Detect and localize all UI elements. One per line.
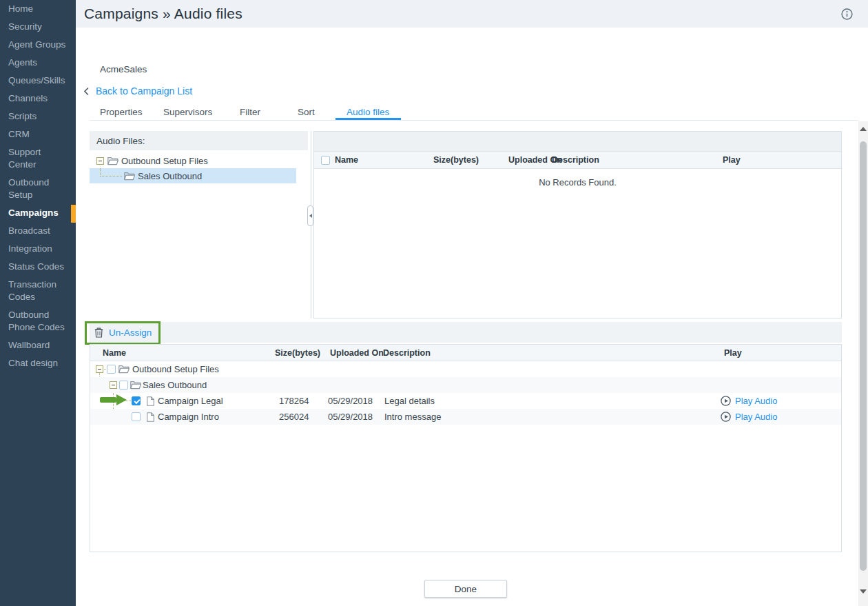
row-checkbox[interactable]	[119, 381, 128, 390]
page-title: Campaigns » Audio files	[84, 6, 242, 22]
tab-sort[interactable]: Sort	[298, 107, 315, 117]
no-records-message: No Records Found.	[314, 177, 841, 188]
column-header-name: Name	[335, 152, 358, 168]
sidebar-item-outbound-phone-codes[interactable]: Outbound Phone Codes	[0, 309, 76, 334]
sidebar-item-broadcast[interactable]: Broadcast	[0, 225, 76, 237]
scroll-up-arrow-icon[interactable]	[860, 127, 867, 131]
folder-open-icon	[124, 168, 135, 183]
done-button[interactable]: Done	[424, 580, 507, 598]
back-link-label: Back to Campaign List	[96, 85, 192, 97]
sidebar-item-transaction-codes[interactable]: Transaction Codes	[0, 279, 76, 303]
row-uploaded-on: 05/29/2018	[328, 393, 373, 409]
available-files-table-header: Name Size(bytes) Uploaded On Description…	[90, 345, 841, 361]
sidebar-item-campaigns[interactable]: Campaigns	[0, 207, 76, 219]
sidebar-item-channels[interactable]: Channels	[0, 92, 76, 105]
sidebar-item-queues-skills[interactable]: Queues/Skills	[0, 74, 76, 87]
play-audio-label: Play Audio	[735, 412, 777, 422]
assigned-files-table-header: Name Size(bytes) Uploaded On Description…	[314, 151, 841, 169]
sidebar-item-integration[interactable]: Integration	[0, 243, 76, 255]
document-icon	[147, 409, 154, 425]
folder-open-icon	[130, 377, 141, 393]
row-label[interactable]: Sales Outbound	[143, 377, 207, 393]
row-description: Legal details	[384, 393, 435, 409]
collapse-expander-icon[interactable]	[96, 365, 103, 373]
available-files-table: Name Size(bytes) Uploaded On Description…	[90, 344, 842, 552]
row-checkbox-checked[interactable]	[132, 396, 141, 405]
tree-row-sales-outbound[interactable]: Sales Outbound	[90, 168, 308, 183]
column-header-description: Description	[383, 345, 431, 361]
table-row-campaign-intro[interactable]: Campaign Intro 256024 05/29/2018 Intro m…	[90, 409, 841, 425]
table-row-campaign-legal[interactable]: Campaign Legal 178264 05/29/2018 Legal d…	[90, 393, 841, 409]
sidebar-item-agent-groups[interactable]: Agent Groups	[0, 39, 76, 51]
table-row-outbound-setup-files[interactable]: Outbound Setup Files	[90, 361, 841, 377]
column-header-name: Name	[103, 345, 126, 361]
sidebar-item-status-codes[interactable]: Status Codes	[0, 261, 76, 273]
play-audio-label: Play Audio	[735, 396, 777, 406]
collapse-expander-icon[interactable]	[96, 157, 104, 165]
row-label[interactable]: Campaign Legal	[158, 393, 223, 409]
chevron-left-icon	[83, 87, 90, 96]
app-window: Home Security Agent Groups Agents Queues…	[0, 0, 868, 606]
row-checkbox[interactable]	[132, 412, 141, 421]
folder-open-icon	[118, 361, 130, 377]
chevron-left-icon	[309, 214, 312, 218]
column-header-description: Description	[552, 152, 599, 168]
back-to-campaign-list-link[interactable]: Back to Campaign List	[83, 85, 192, 97]
sidebar-item-security[interactable]: Security	[0, 21, 76, 33]
column-header-size: Size(bytes)	[433, 152, 479, 168]
unassign-label: Un-Assign	[109, 327, 152, 338]
row-size: 178264	[279, 393, 309, 409]
column-header-play: Play	[724, 345, 742, 361]
vertical-scrollbar[interactable]	[858, 121, 868, 606]
document-icon	[147, 393, 154, 409]
sidebar-menu: Home Security Agent Groups Agents Queues…	[0, 0, 76, 370]
unassign-button[interactable]: Un-Assign	[94, 322, 152, 343]
play-circle-icon	[721, 396, 731, 406]
sidebar-item-chat-design[interactable]: Chat design	[0, 357, 76, 370]
tabs-divider	[90, 120, 858, 121]
tab-filter[interactable]: Filter	[240, 107, 260, 117]
row-label[interactable]: Campaign Intro	[158, 409, 219, 425]
row-description: Intro message	[384, 409, 441, 425]
table-row-sales-outbound[interactable]: Sales Outbound	[90, 377, 841, 393]
play-circle-icon	[721, 412, 731, 422]
splitter-collapse-handle[interactable]	[307, 205, 313, 226]
column-header-uploaded: Uploaded On	[330, 345, 384, 361]
trash-icon	[94, 327, 103, 338]
play-audio-link[interactable]: Play Audio	[721, 393, 777, 409]
folder-open-icon	[107, 153, 118, 168]
tab-supervisors[interactable]: Supervisors	[163, 107, 212, 117]
scrollbar-thumb[interactable]	[860, 141, 867, 571]
column-header-play: Play	[723, 152, 741, 168]
tree-label[interactable]: Sales Outbound	[138, 168, 202, 183]
collapse-expander-icon[interactable]	[110, 381, 117, 389]
assigned-files-panel: Name Size(bytes) Uploaded On Description…	[313, 131, 842, 319]
row-checkbox[interactable]	[107, 365, 116, 374]
select-all-checkbox[interactable]	[321, 156, 330, 165]
sidebar-item-scripts[interactable]: Scripts	[0, 110, 76, 123]
info-icon[interactable]	[841, 8, 853, 20]
page-header: Campaigns » Audio files	[76, 0, 868, 28]
column-header-size: Size(bytes)	[275, 345, 320, 361]
sidebar-item-home[interactable]: Home	[0, 3, 76, 15]
active-tab-underline	[335, 118, 401, 120]
row-label[interactable]: Outbound Setup Files	[132, 361, 219, 377]
sidebar-item-support-center[interactable]: Support Center	[0, 146, 76, 171]
sidebar-item-wallboard[interactable]: Wallboard	[0, 339, 76, 352]
tab-properties[interactable]: Properties	[100, 107, 143, 117]
sidebar-item-agents[interactable]: Agents	[0, 57, 76, 69]
sidebar-item-outbound-setup[interactable]: Outbound Setup	[0, 176, 76, 201]
scroll-down-arrow-icon[interactable]	[860, 589, 867, 594]
sidebar-item-crm[interactable]: CRM	[0, 128, 76, 141]
row-uploaded-on: 05/29/2018	[328, 409, 373, 425]
row-size: 256024	[279, 409, 309, 425]
tab-audio-files[interactable]: Audio files	[347, 107, 389, 117]
play-audio-link[interactable]: Play Audio	[721, 409, 777, 425]
tree-label[interactable]: Outbound Setup Files	[121, 153, 208, 168]
tree-row-outbound-setup-files[interactable]: Outbound Setup Files	[90, 153, 308, 168]
audio-files-tree-panel: Audio Files: Outbound Setup Files Sale	[90, 131, 308, 319]
campaign-name: AcmeSales	[100, 64, 147, 74]
assigned-files-toolbar	[314, 132, 841, 151]
panel-title-label: Audio Files:	[96, 136, 145, 146]
sidebar: Home Security Agent Groups Agents Queues…	[0, 0, 76, 606]
